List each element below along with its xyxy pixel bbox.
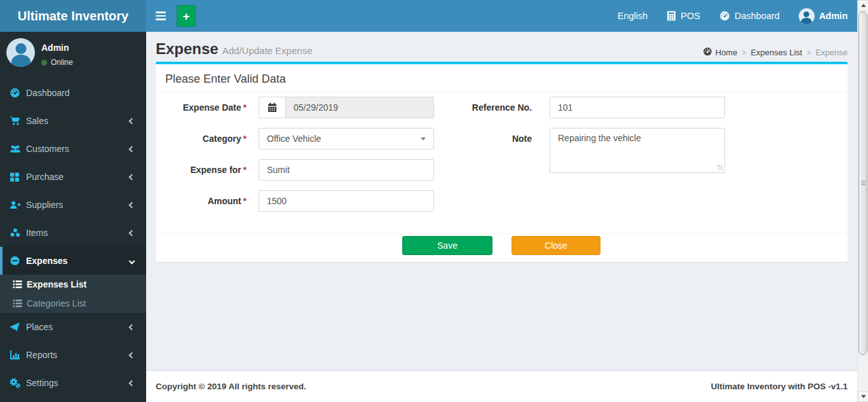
bar-chart-icon <box>10 350 26 360</box>
sidebar-item-label: Items <box>26 228 130 238</box>
category-selected-value: Office Vehicle <box>267 134 421 144</box>
app-screen: Ultimate Inventory + English POS <box>0 0 868 402</box>
sidebar-item-settings[interactable]: Settings <box>0 369 146 397</box>
sidebar-item-partially-visible[interactable] <box>0 397 146 402</box>
sidebar-item-reports[interactable]: Reports <box>0 341 146 369</box>
minus-circle-icon <box>10 256 26 266</box>
sidebar-item-sales[interactable]: Sales <box>0 107 146 135</box>
sidebar-item-dashboard[interactable]: Dashboard <box>0 79 146 107</box>
sidebar-item-suppliers[interactable]: Suppliers <box>0 191 146 219</box>
breadcrumb-current-label: Expense <box>815 48 848 57</box>
user-avatar-icon <box>799 8 815 24</box>
calculator-icon <box>667 11 676 21</box>
nav-dashboard-label: Dashboard <box>735 11 780 21</box>
page-title-text: Expense <box>156 40 219 57</box>
home-gauge-icon <box>703 47 712 58</box>
scroll-up-arrow-icon <box>861 4 866 7</box>
list-icon <box>13 280 27 289</box>
note-label-text: Note <box>512 134 532 144</box>
chevron-left-icon <box>129 324 135 330</box>
breadcrumb-expenses-list[interactable]: Expenses List <box>750 48 802 57</box>
sidebar-item-places[interactable]: Places <box>0 313 146 341</box>
expense-date-label-text: Expense Date <box>183 102 241 113</box>
scrollbar-grip-icon <box>861 181 865 185</box>
reference-no-label-text: Reference No. <box>472 102 532 113</box>
sidebar-item-label: Reports <box>26 350 130 360</box>
online-status-icon <box>41 60 47 66</box>
footer-copyright: Copyright © 2019 All rights reserved. <box>156 382 306 391</box>
sidebar-item-label: Customers <box>26 144 130 154</box>
breadcrumb: Home > Expenses List > Expense <box>703 47 848 58</box>
nav-language-label: English <box>618 11 648 21</box>
users-icon <box>10 144 26 154</box>
chevron-left-icon <box>129 230 135 236</box>
nav-pos-label: POS <box>681 11 700 21</box>
paper-plane-icon <box>10 322 26 332</box>
sidebar-item-expenses[interactable]: Expenses <box>0 247 146 275</box>
gauge-icon <box>10 88 26 98</box>
nav-pos[interactable]: POS <box>657 0 710 32</box>
content-header: ExpenseAdd/Update Expense Home > Expense… <box>146 32 857 62</box>
form-box-title: Please Enter Valid Data <box>165 73 286 85</box>
amount-input[interactable] <box>259 190 434 212</box>
nav-language[interactable]: English <box>608 0 658 32</box>
form-footer-divider <box>156 233 848 234</box>
sidebar-item-customers[interactable]: Customers <box>0 135 146 163</box>
grid-icon <box>10 172 26 182</box>
category-select[interactable]: Office Vehicle <box>259 128 434 149</box>
sidebar-item-label: Expenses <box>26 256 130 266</box>
nav-dashboard[interactable]: Dashboard <box>710 0 789 32</box>
save-button[interactable]: Save <box>402 236 492 255</box>
hamburger-icon <box>156 11 166 20</box>
expenses-submenu: Expenses List Categories List <box>0 275 146 313</box>
page-footer: Copyright © 2019 All rights reserved. Ul… <box>146 370 857 402</box>
sidebar-submenu-wrapper: Expenses List Categories List <box>0 275 146 313</box>
chevron-left-icon <box>129 202 135 208</box>
breadcrumb-home[interactable]: Home <box>703 47 738 58</box>
reference-no-input[interactable] <box>550 97 725 118</box>
sidebar-toggle-button[interactable] <box>146 0 175 32</box>
sidebar-subitem-categories-list[interactable]: Categories List <box>0 294 146 313</box>
vertical-scrollbar[interactable] <box>857 0 868 402</box>
textarea-resize-handle-icon[interactable] <box>717 165 723 170</box>
note-textarea[interactable]: Repairing the vehicle <box>550 128 725 173</box>
scrollbar-thumb[interactable] <box>858 11 867 355</box>
breadcrumb-parent-label: Expenses List <box>750 48 802 57</box>
required-marker: * <box>243 134 247 144</box>
sidebar-user-name: Admin <box>41 43 73 53</box>
sidebar-user-panel: Admin Online <box>0 32 146 73</box>
scroll-down-button[interactable] <box>858 391 868 402</box>
sidebar-item-label: Purchase <box>26 172 130 182</box>
calendar-icon[interactable] <box>259 97 285 118</box>
amount-label: Amount* <box>165 190 247 212</box>
page-subtitle: Add/Update Expense <box>222 45 313 56</box>
breadcrumb-current: Expense <box>815 48 848 57</box>
dashboard-gauge-icon <box>719 11 730 21</box>
expense-date-input[interactable] <box>285 97 434 118</box>
nav-user-label: Admin <box>819 11 848 21</box>
chevron-left-icon <box>129 380 135 386</box>
content-area: ExpenseAdd/Update Expense Home > Expense… <box>146 32 857 370</box>
breadcrumb-separator: > <box>742 48 746 57</box>
scroll-up-button[interactable] <box>858 0 868 11</box>
sidebar-item-label: Dashboard <box>26 88 137 98</box>
sidebar-item-label: Places <box>26 322 130 332</box>
sidebar-subitem-expenses-list[interactable]: Expenses List <box>0 275 146 294</box>
sidebar-subitem-label: Expenses List <box>27 279 86 289</box>
expense-for-input[interactable] <box>259 159 434 181</box>
sidebar: Admin Online Dashboard Sales <box>0 32 146 402</box>
sidebar-user-status[interactable]: Online <box>41 58 73 67</box>
quick-add-button[interactable]: + <box>177 5 196 27</box>
breadcrumb-separator: > <box>806 48 811 57</box>
nav-user-menu[interactable]: Admin <box>789 0 857 32</box>
brand-logo[interactable]: Ultimate Inventory <box>0 0 146 32</box>
sidebar-item-purchase[interactable]: Purchase <box>0 163 146 191</box>
footer-version: Ultimate Inventory with POS -v1.1 <box>711 382 848 391</box>
close-button[interactable]: Close <box>512 236 600 255</box>
chevron-left-icon <box>129 174 135 180</box>
sidebar-item-label: Sales <box>26 116 130 126</box>
sidebar-item-items[interactable]: Items <box>0 219 146 247</box>
sidebar-item-label: Suppliers <box>26 200 130 210</box>
sidebar-menu: Dashboard Sales Customers Pur <box>0 79 146 402</box>
sidebar-item-label: Settings <box>26 378 130 388</box>
